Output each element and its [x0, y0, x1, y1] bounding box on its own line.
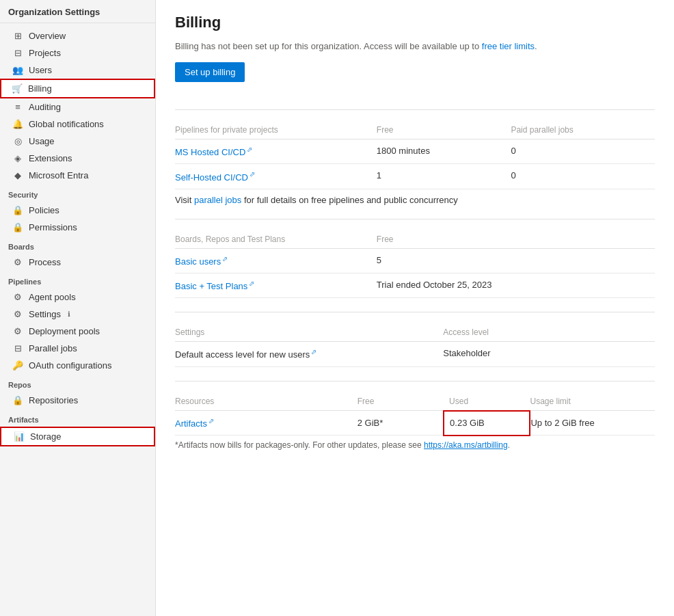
external-link-icon: ⬀ [247, 146, 252, 153]
agent-pools-icon: ⚙ [12, 292, 23, 302]
boards-divider [175, 219, 655, 219]
resources-col-limit: Usage limit [530, 392, 655, 411]
sidebar-item-process[interactable]: ⚙ Process [0, 254, 155, 271]
sidebar-item-deployment-pools[interactable]: ⚙ Deployment pools [0, 323, 155, 340]
sidebar-item-label: Agent pools [29, 292, 76, 302]
sidebar-item-label: Auditing [29, 102, 61, 112]
sidebar-item-label: Parallel jobs [29, 343, 77, 353]
sidebar-item-oauth-configurations[interactable]: 🔑 OAuth configurations [0, 357, 155, 374]
free-tier-link[interactable]: free tier limits [482, 41, 535, 51]
table-row: Basic + Test Plans⬀ Trial ended October … [175, 273, 655, 297]
boards-table: Boards, Repos and Test Plans Free Basic … [175, 230, 655, 299]
resources-divider [175, 381, 655, 381]
sidebar-item-label: Overview [29, 31, 66, 41]
sidebar-item-storage[interactable]: 📊 Storage [0, 427, 155, 446]
parallel-jobs-icon: ⊟ [12, 343, 23, 353]
sidebar-item-permissions[interactable]: 🔒 Permissions [0, 219, 155, 236]
sidebar-item-extensions[interactable]: ◈ Extensions [0, 150, 155, 167]
deployment-pools-icon: ⚙ [12, 326, 23, 336]
boards-col-empty [511, 230, 655, 249]
board-name: Basic users⬀ [175, 248, 377, 273]
main-content: Billing Billing has not been set up for … [156, 0, 674, 616]
sidebar-item-billing[interactable]: 🛒 Billing [0, 79, 155, 98]
section-label-boards: Boards [0, 236, 155, 254]
oauth-icon: 🔑 [12, 360, 23, 371]
settings-col-name: Settings [175, 323, 443, 342]
resource-name: Artifacts⬀ [175, 411, 358, 436]
resource-used: 0.23 GiB [444, 411, 530, 436]
external-link-icon: ⬀ [222, 255, 228, 263]
pipeline-paid: 0 [511, 139, 655, 164]
sidebar-item-parallel-jobs[interactable]: ⊟ Parallel jobs [0, 340, 155, 357]
boards-col-free: Free [377, 230, 511, 249]
resources-table: Resources Free Used Usage limit Artifact… [175, 392, 655, 436]
external-link-icon: ⬀ [208, 417, 214, 425]
pipeline-free: 1 [377, 164, 511, 189]
sidebar-item-auditing[interactable]: ≡ Auditing [0, 98, 155, 116]
sidebar-item-microsoft-entra[interactable]: ◆ Microsoft Entra [0, 167, 155, 184]
sidebar-item-policies[interactable]: 🔒 Policies [0, 202, 155, 219]
sidebar-item-overview[interactable]: ⊞ Overview [0, 27, 155, 44]
pipelines-section: Pipelines for private projects Free Paid… [175, 121, 655, 205]
sidebar-item-label: Policies [29, 205, 59, 215]
sidebar-item-label: Deployment pools [29, 326, 100, 336]
resources-footnote: *Artifacts now bills for packages-only. … [175, 440, 655, 450]
board-name: Basic + Test Plans⬀ [175, 273, 377, 297]
pipelines-table: Pipelines for private projects Free Paid… [175, 121, 655, 189]
section-label-pipelines: Pipelines [0, 271, 155, 289]
external-link-icon: ⬀ [250, 170, 255, 178]
notifications-icon: 🔔 [12, 119, 23, 129]
sidebar-item-agent-pools[interactable]: ⚙ Agent pools [0, 289, 155, 306]
basic-users-link[interactable]: Basic users⬀ [175, 256, 228, 267]
ms-hosted-link[interactable]: MS Hosted CI/CD⬀ [175, 147, 252, 157]
resources-section: Resources Free Used Usage limit Artifact… [175, 392, 655, 450]
resource-limit: Up to 2 GiB free [530, 411, 655, 436]
table-row: Artifacts⬀ 2 GiB* 0.23 GiB Up to 2 GiB f… [175, 411, 655, 436]
repositories-icon: 🔒 [12, 395, 23, 405]
artifacts-link[interactable]: Artifacts⬀ [175, 418, 214, 429]
setting-name: Default access level for new users⬀ [175, 342, 443, 366]
overview-icon: ⊞ [12, 31, 23, 41]
sidebar-title: Organization Settings [0, 0, 155, 23]
parallel-jobs-link[interactable]: parallel jobs [194, 195, 241, 205]
pipelines-col-name: Pipelines for private projects [175, 121, 377, 139]
settings-info-badge: ℹ [68, 310, 70, 318]
pipeline-name: Self-Hosted CI/CD⬀ [175, 164, 377, 189]
sidebar-item-repositories[interactable]: 🔒 Repositories [0, 392, 155, 409]
sidebar-item-label: OAuth configurations [29, 360, 111, 371]
process-icon: ⚙ [12, 257, 23, 267]
settings-divider [175, 312, 655, 312]
sidebar-item-label: Permissions [29, 222, 77, 232]
table-row: Default access level for new users⬀ Stak… [175, 342, 655, 366]
sidebar-item-settings[interactable]: ⚙ Settings ℹ [0, 306, 155, 323]
sidebar-item-projects[interactable]: ⊟ Projects [0, 44, 155, 62]
pipelines-col-free: Free [377, 121, 511, 139]
sidebar-item-global-notifications[interactable]: 🔔 Global notifications [0, 116, 155, 133]
permissions-icon: 🔒 [12, 222, 23, 232]
settings-table: Settings Access level Default access lev… [175, 323, 655, 366]
section-label-security: Security [0, 184, 155, 202]
board-free: 5 [377, 248, 511, 273]
sidebar-item-label: Projects [29, 48, 61, 58]
sidebar-item-label: Repositories [29, 395, 78, 405]
basic-test-plans-link[interactable]: Basic + Test Plans⬀ [175, 281, 254, 291]
projects-icon: ⊟ [12, 48, 23, 58]
sidebar-item-users[interactable]: 👥 Users [0, 62, 155, 79]
sidebar-item-label: Users [29, 65, 52, 75]
pipeline-free: 1800 minutes [377, 139, 511, 164]
boards-col-name: Boards, Repos and Test Plans [175, 230, 377, 249]
sidebar-nav: ⊞ Overview ⊟ Projects 👥 Users 🛒 Billing … [0, 23, 155, 451]
external-link-icon: ⬀ [311, 348, 316, 356]
auditing-icon: ≡ [12, 102, 23, 112]
artbilling-link[interactable]: https://aka.ms/artbilling [424, 440, 508, 450]
self-hosted-link[interactable]: Self-Hosted CI/CD⬀ [175, 172, 255, 183]
section-label-repos: Repos [0, 374, 155, 392]
setup-billing-button[interactable]: Set up billing [175, 62, 245, 82]
sidebar-item-label: Process [29, 257, 61, 267]
pipeline-name: MS Hosted CI/CD⬀ [175, 139, 377, 164]
info-text: Billing has not been set up for this org… [175, 41, 479, 51]
sidebar: Organization Settings ⊞ Overview ⊟ Proje… [0, 0, 156, 616]
settings-col-access: Access level [443, 323, 655, 342]
sidebar-item-usage[interactable]: ◎ Usage [0, 133, 155, 150]
usage-icon: ◎ [12, 136, 23, 146]
